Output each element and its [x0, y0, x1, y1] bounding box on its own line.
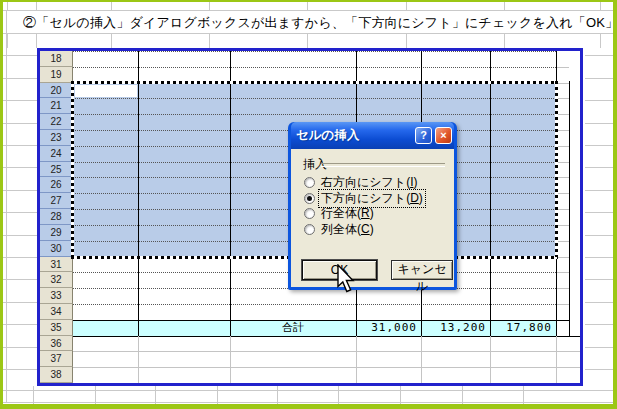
radio-icon[interactable] — [304, 224, 315, 235]
row-header-28[interactable]: 28 — [40, 209, 73, 225]
gridline — [406, 33, 407, 48]
dotted-cell-border — [73, 98, 556, 99]
row-header-32[interactable]: 32 — [40, 272, 73, 288]
row-header-25[interactable]: 25 — [40, 162, 73, 178]
gridline — [585, 100, 613, 101]
gridline — [217, 386, 218, 404]
total-row-bottom-border — [73, 336, 580, 337]
gridline — [585, 123, 613, 124]
cancel-button[interactable]: キャンセル — [391, 260, 453, 280]
dotted-cell-border — [73, 51, 556, 52]
gridline — [585, 347, 613, 348]
column-border — [490, 51, 491, 336]
row-header-29[interactable]: 29 — [40, 225, 73, 241]
gridline — [557, 114, 569, 115]
row-header-34[interactable]: 34 — [40, 304, 73, 320]
radio-icon[interactable] — [304, 177, 315, 188]
active-cell[interactable] — [75, 85, 137, 98]
gridline — [95, 386, 96, 404]
gridline — [585, 369, 613, 370]
gridline — [36, 33, 37, 48]
gridline — [585, 55, 613, 56]
instruction-text: ②「セルの挿入」ダイアログボックスが出ますから、「下方向にシフト」にチェックを入… — [23, 14, 617, 32]
help-icon[interactable]: ? — [415, 127, 432, 144]
gridline — [557, 162, 569, 163]
dotted-cell-border — [73, 114, 556, 115]
row-header-18[interactable]: 18 — [40, 51, 73, 67]
gridline — [155, 386, 156, 404]
gridline — [209, 33, 210, 48]
row-header-column: 1819202122232425262728293031323334353637… — [40, 51, 73, 383]
gridline — [356, 336, 357, 383]
mouse-cursor — [337, 264, 359, 296]
row-header-35[interactable]: 35 — [40, 320, 73, 336]
row-header-19[interactable]: 19 — [40, 67, 73, 83]
gridline — [557, 98, 569, 99]
radio-option-4[interactable]: 列全体(C) — [304, 222, 448, 238]
gridline — [523, 386, 524, 404]
selection-marquee-left — [71, 81, 74, 257]
insert-cells-dialog: セルの挿入 ? × 挿入 右方向にシフト(I)下方向にシフト(D)行全体(R)列… — [288, 122, 457, 290]
total-value: 17,800 — [490, 320, 552, 336]
gridline — [585, 302, 613, 303]
gridline — [600, 33, 601, 48]
dialog-titlebar[interactable]: セルの挿入 ? × — [291, 122, 454, 149]
gridline — [557, 257, 569, 258]
tutorial-page: ②「セルの挿入」ダイアログボックスが出ますから、「下方向にシフト」にチェックを入… — [0, 0, 617, 409]
gridline — [557, 225, 569, 226]
gridline — [557, 272, 569, 273]
column-border — [138, 51, 139, 336]
gridline — [0, 10, 617, 11]
selection-marquee-top — [71, 81, 558, 84]
gridline — [557, 241, 569, 242]
gridline — [585, 324, 613, 325]
radio-option-label: 列全体(C) — [319, 221, 376, 238]
row-header-37[interactable]: 37 — [40, 351, 73, 367]
row-header-31[interactable]: 31 — [40, 257, 73, 273]
gridline — [400, 386, 401, 404]
gridline — [585, 279, 613, 280]
outer-column-border — [569, 81, 570, 336]
gridline — [0, 390, 617, 391]
shift-options-group: 右方向にシフト(I)下方向にシフト(D)行全体(R)列全体(C) — [304, 175, 448, 237]
radio-option-2[interactable]: 下方向にシフト(D) — [304, 191, 448, 207]
radio-option-label: 右方向にシフト(I) — [319, 174, 419, 191]
gridline — [490, 336, 491, 383]
gridline — [138, 336, 139, 383]
gridline — [230, 336, 231, 383]
gridline — [307, 33, 308, 48]
gridline — [585, 235, 613, 236]
dotted-cell-border — [73, 304, 556, 305]
gridline — [585, 190, 613, 191]
radio-selected-icon[interactable] — [304, 193, 315, 204]
page-border-right — [613, 0, 617, 409]
row-header-36[interactable]: 36 — [40, 336, 73, 352]
gridline — [338, 386, 339, 404]
row-header-26[interactable]: 26 — [40, 177, 73, 193]
close-icon[interactable]: × — [435, 127, 452, 144]
row-header-21[interactable]: 21 — [40, 98, 73, 114]
gridline — [557, 67, 569, 68]
gridline — [557, 130, 569, 131]
row-header-23[interactable]: 23 — [40, 130, 73, 146]
column-border — [230, 51, 231, 336]
gridline — [7, 33, 8, 48]
radio-option-label: 下方向にシフト(D) — [319, 190, 425, 207]
radio-option-label: 行全体(R) — [319, 205, 376, 222]
row-header-33[interactable]: 33 — [40, 288, 73, 304]
gridline — [277, 386, 278, 404]
radio-option-1[interactable]: 右方向にシフト(I) — [304, 175, 448, 191]
row-header-20[interactable]: 20 — [40, 83, 73, 99]
row-header-24[interactable]: 24 — [40, 146, 73, 162]
row-header-27[interactable]: 27 — [40, 193, 73, 209]
gridline — [585, 257, 613, 258]
row-header-22[interactable]: 22 — [40, 114, 73, 130]
radio-option-3[interactable]: 行全体(R) — [304, 206, 448, 222]
gridline — [73, 367, 580, 368]
radio-icon[interactable] — [304, 208, 315, 219]
row-header-30[interactable]: 30 — [40, 241, 73, 257]
gridline — [462, 386, 463, 404]
gridline — [557, 288, 569, 289]
dialog-body: 挿入 右方向にシフト(I)下方向にシフト(D)行全体(R)列全体(C) OK キ… — [291, 149, 454, 287]
row-header-38[interactable]: 38 — [40, 367, 73, 383]
